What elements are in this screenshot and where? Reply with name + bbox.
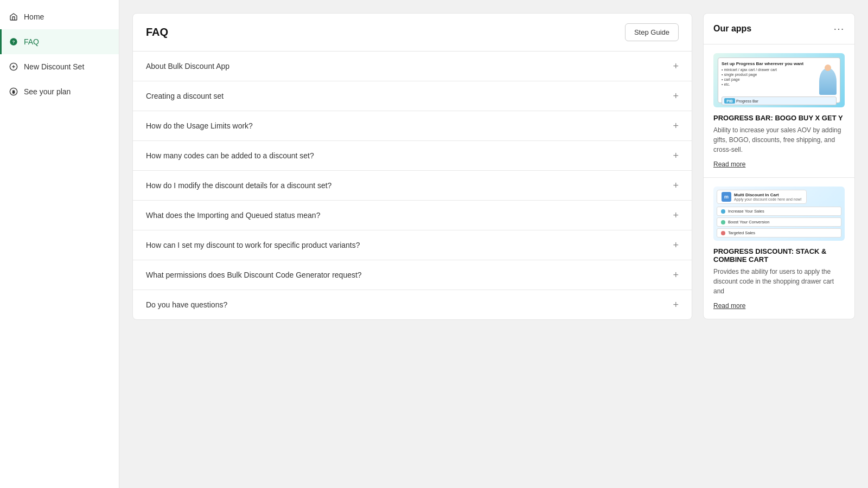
main-content: FAQ Step Guide About Bulk Discount App +…: [119, 0, 868, 488]
faq-item-usage-text: How do the Usage Limits work?: [146, 121, 253, 130]
faq-expand-icon-3: +: [673, 151, 679, 160]
app-image-multi-discount: m Multi Discount In Cart Apply your disc…: [713, 187, 845, 241]
faq-item-product-variants[interactable]: How can I set my discount to work for sp…: [133, 230, 692, 260]
svg-text:?: ?: [12, 40, 15, 44]
faq-title: FAQ: [146, 26, 168, 38]
app-progress-bar-desc: Ability to increase your sales AOV by ad…: [713, 125, 845, 155]
faq-item-permissions-text: What permissions does Bulk Discount Code…: [146, 271, 362, 279]
faq-item-modify-discount[interactable]: How do I modify the discount details for…: [133, 171, 692, 201]
sidebar-item-faq[interactable]: ? FAQ: [0, 29, 119, 54]
sidebar-item-see-plan-label: See your plan: [24, 87, 71, 96]
app-card-progress-bar: Set up Progress Bar wherever you want • …: [704, 44, 854, 178]
faq-item-questions[interactable]: Do you have questions? +: [133, 290, 692, 319]
faq-expand-icon-7: +: [673, 270, 679, 280]
faq-item-variants-text: How can I set my discount to work for sp…: [146, 241, 360, 249]
faq-expand-icon-1: +: [673, 91, 679, 101]
sidebar-item-see-your-plan[interactable]: $ See your plan: [0, 79, 119, 104]
faq-expand-icon-0: +: [673, 61, 679, 71]
sidebar-item-new-discount-label: New Discount Set: [24, 62, 84, 71]
faq-expand-icon-4: +: [673, 181, 679, 190]
app-multi-discount-name: PROGRESS DISCOUNT: STACK & COMBINE CART: [713, 247, 845, 264]
apps-panel-title: Our apps: [713, 24, 751, 34]
faq-expand-icon-5: +: [673, 210, 679, 220]
faq-item-importing-text: What does the Importing and Queued statu…: [146, 211, 320, 220]
faq-expand-icon-8: +: [673, 300, 679, 310]
step-guide-button[interactable]: Step Guide: [625, 23, 679, 41]
faq-expand-icon-6: +: [673, 240, 679, 250]
plus-circle-icon: [9, 62, 18, 72]
app-image-progress-bar: Set up Progress Bar wherever you want • …: [713, 53, 845, 107]
faq-item-importing-queued[interactable]: What does the Importing and Queued statu…: [133, 201, 692, 230]
app-progress-bar-read-more[interactable]: Read more: [713, 160, 745, 168]
faq-icon: ?: [9, 37, 18, 47]
dollar-circle-icon: $: [9, 87, 18, 97]
faq-item-about-bulk[interactable]: About Bulk Discount App +: [133, 52, 692, 81]
faq-item-about-bulk-text: About Bulk Discount App: [146, 62, 229, 70]
faq-item-permissions[interactable]: What permissions does Bulk Discount Code…: [133, 260, 692, 290]
home-icon: [9, 12, 18, 22]
faq-panel: FAQ Step Guide About Bulk Discount App +…: [132, 13, 692, 320]
app-progress-bar-name: PROGRESS BAR: BOGO BUY X GET Y: [713, 114, 845, 122]
sidebar-item-new-discount-set[interactable]: New Discount Set: [0, 54, 119, 79]
app-multi-discount-desc: Provides the ability for users to apply …: [713, 267, 845, 296]
faq-header: FAQ Step Guide: [133, 14, 692, 52]
app-multi-logo-text: Multi Discount In Cart: [734, 192, 802, 197]
apps-menu-button[interactable]: ⋯: [833, 22, 845, 35]
faq-item-creating-discount[interactable]: Creating a discount set +: [133, 81, 692, 111]
faq-expand-icon-2: +: [673, 121, 679, 131]
app-multi-logo-sub: Apply your discount code here and now!: [734, 197, 802, 201]
faq-item-usage-limits[interactable]: How do the Usage Limits work? +: [133, 111, 692, 141]
faq-item-modify-text: How do I modify the discount details for…: [146, 181, 331, 190]
sidebar-item-home-label: Home: [24, 12, 44, 21]
faq-item-creating-text: Creating a discount set: [146, 92, 224, 100]
apps-panel: Our apps ⋯ Set up Progress Bar wherever …: [703, 13, 855, 319]
sidebar: Home ? FAQ New Discount Set $ See: [0, 0, 119, 488]
app-multi-discount-read-more[interactable]: Read more: [713, 302, 745, 310]
sidebar-item-faq-label: FAQ: [24, 37, 39, 46]
apps-header: Our apps ⋯: [704, 14, 854, 44]
app-card-multi-discount: m Multi Discount In Cart Apply your disc…: [704, 178, 854, 319]
faq-item-questions-text: Do you have questions?: [146, 300, 227, 309]
sidebar-item-home[interactable]: Home: [0, 4, 119, 29]
faq-item-codes-text: How many codes can be added to a discoun…: [146, 151, 314, 160]
faq-item-how-many-codes[interactable]: How many codes can be added to a discoun…: [133, 141, 692, 171]
svg-text:$: $: [12, 89, 15, 94]
